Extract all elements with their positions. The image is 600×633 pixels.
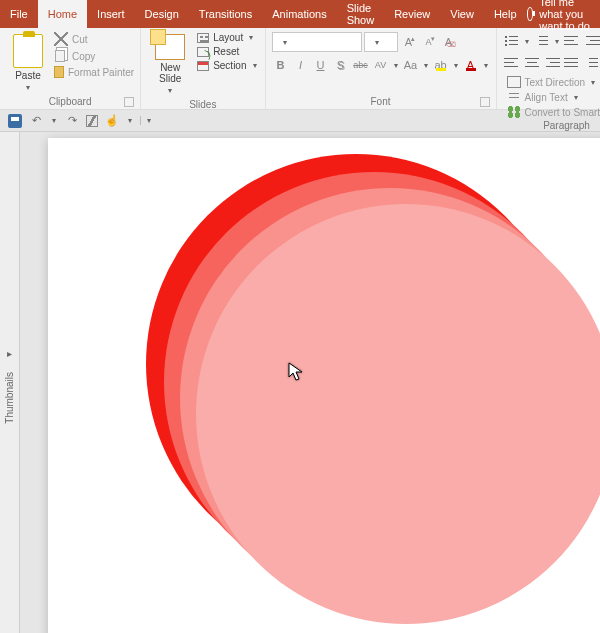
- align-right-button[interactable]: [543, 54, 561, 72]
- thumbnails-pane[interactable]: ▸ Thumbnails: [0, 132, 20, 633]
- align-left-button[interactable]: [503, 54, 521, 72]
- cut-icon: [54, 32, 68, 46]
- section-icon: [197, 61, 209, 71]
- paste-button[interactable]: Paste ▾: [6, 32, 50, 94]
- justify-icon: [564, 56, 580, 70]
- ribbon: Paste ▾ Cut Copy Format Painter Clipboar…: [0, 28, 600, 110]
- touch-mode-button[interactable]: [104, 113, 120, 129]
- underline-button[interactable]: U: [312, 56, 330, 74]
- tab-view[interactable]: View: [440, 0, 484, 28]
- layout-icon: [197, 33, 209, 43]
- redo-button[interactable]: [64, 113, 80, 129]
- char-spacing-button[interactable]: AV: [372, 56, 390, 74]
- expand-thumbnails-icon[interactable]: ▸: [5, 348, 15, 358]
- tab-animations[interactable]: Animations: [262, 0, 336, 28]
- clear-formatting-button[interactable]: A⌫: [440, 33, 458, 51]
- increase-indent-button[interactable]: [583, 32, 601, 50]
- chevron-down-icon: ▾: [26, 83, 30, 92]
- bullets-button[interactable]: [503, 32, 521, 50]
- chevron-down-icon: ▾: [168, 86, 172, 95]
- shadow-button[interactable]: S: [332, 56, 350, 74]
- tab-home[interactable]: Home: [38, 0, 87, 28]
- decrease-indent-icon: [564, 34, 580, 48]
- font-name-combo[interactable]: ▾: [272, 32, 362, 52]
- tab-transitions[interactable]: Transitions: [189, 0, 262, 28]
- dialog-launcher-icon[interactable]: [124, 97, 134, 107]
- tab-review[interactable]: Review: [384, 0, 440, 28]
- change-case-button[interactable]: Aa: [402, 56, 420, 74]
- save-button[interactable]: [8, 114, 22, 128]
- bold-button[interactable]: B: [272, 56, 290, 74]
- layout-button[interactable]: Layout▾: [197, 32, 258, 43]
- align-left-icon: [504, 56, 520, 70]
- new-slide-button[interactable]: New Slide ▾: [147, 32, 193, 97]
- align-text-icon: [507, 91, 521, 103]
- tell-me-search[interactable]: Tell me what you want to do: [527, 0, 600, 28]
- numbering-icon: [534, 34, 550, 48]
- section-button[interactable]: Section▾: [197, 60, 258, 71]
- format-painter-icon: [54, 66, 64, 78]
- group-paragraph: ▾ ▾ ▾ ▾ Text Direction▾: [497, 28, 601, 109]
- tab-file[interactable]: File: [0, 0, 38, 28]
- highlight-button[interactable]: ab: [432, 56, 450, 74]
- justify-button[interactable]: [563, 54, 581, 72]
- cut-button: Cut: [54, 32, 134, 46]
- align-right-icon: [544, 56, 560, 70]
- reset-button[interactable]: Reset: [197, 46, 258, 57]
- columns-button[interactable]: [583, 54, 601, 72]
- tab-insert[interactable]: Insert: [87, 0, 135, 28]
- decrease-indent-button[interactable]: [563, 32, 581, 50]
- paste-icon: [13, 34, 43, 68]
- ribbon-tabs: File Home Insert Design Transitions Anim…: [0, 0, 600, 28]
- text-direction-icon: [507, 76, 521, 88]
- font-color-button[interactable]: A: [462, 56, 480, 74]
- copy-icon: [55, 50, 65, 62]
- smartart-icon: [507, 106, 521, 118]
- align-center-button[interactable]: [523, 54, 541, 72]
- columns-icon: [584, 56, 600, 70]
- grow-font-button[interactable]: A▴: [400, 33, 418, 51]
- workspace: ▸ Thumbnails: [0, 132, 600, 633]
- reset-icon: [197, 47, 209, 57]
- new-slide-icon: [155, 34, 185, 60]
- tab-design[interactable]: Design: [135, 0, 189, 28]
- thumbnails-label: Thumbnails: [4, 372, 15, 424]
- italic-button[interactable]: I: [292, 56, 310, 74]
- bullets-icon: [504, 34, 520, 48]
- lightbulb-icon: [527, 7, 534, 21]
- copy-button: Copy: [54, 49, 134, 63]
- group-clipboard: Paste ▾ Cut Copy Format Painter Clipboar…: [0, 28, 141, 109]
- shrink-font-button[interactable]: A▾: [420, 33, 438, 51]
- increase-indent-icon: [584, 34, 600, 48]
- convert-smartart-button[interactable]: Convert to SmartArt▾: [507, 106, 601, 118]
- format-painter-button: Format Painter: [54, 66, 134, 78]
- align-text-button[interactable]: Align Text▾: [507, 91, 601, 103]
- shape-circle-4[interactable]: [196, 204, 600, 624]
- start-from-beginning-button[interactable]: [86, 115, 98, 127]
- text-direction-button[interactable]: Text Direction▾: [507, 76, 601, 88]
- slide-area[interactable]: [20, 132, 600, 633]
- numbering-button[interactable]: [533, 32, 551, 50]
- strike-button[interactable]: abc: [352, 56, 370, 74]
- font-size-combo[interactable]: ▾: [364, 32, 398, 52]
- qat-customize-icon[interactable]: ▾: [140, 116, 153, 125]
- tab-help[interactable]: Help: [484, 0, 527, 28]
- undo-button[interactable]: [28, 113, 44, 129]
- slide-canvas[interactable]: [48, 138, 600, 633]
- group-font: ▾ ▾ A▴ A▾ A⌫ B I U S abc AV▾ Aa▾ ab▾ A▾ …: [266, 28, 497, 109]
- group-slides: New Slide ▾ Layout▾ Reset Section▾ Slide…: [141, 28, 265, 109]
- tab-slideshow[interactable]: Slide Show: [337, 0, 385, 28]
- dialog-launcher-icon[interactable]: [480, 97, 490, 107]
- align-center-icon: [524, 56, 540, 70]
